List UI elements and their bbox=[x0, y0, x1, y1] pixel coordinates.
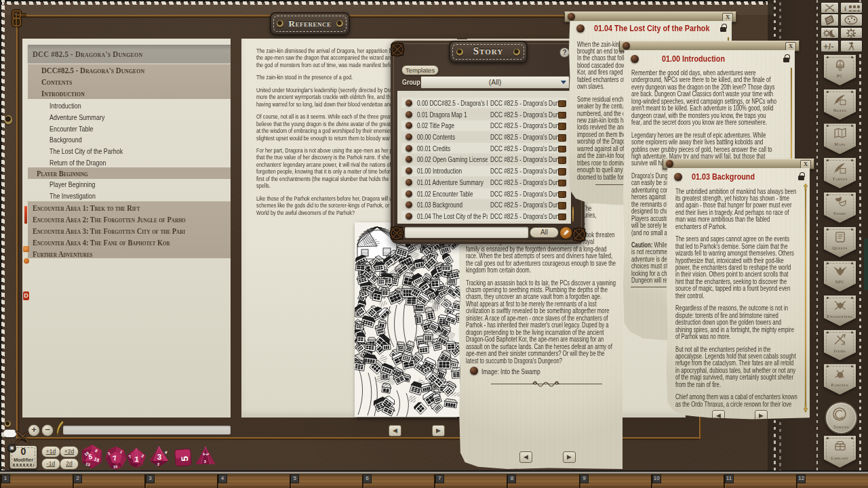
svg-text:2: 2 bbox=[157, 462, 159, 466]
svg-text:5: 5 bbox=[179, 455, 191, 462]
svg-text:i: i bbox=[844, 4, 846, 12]
svg-text:3: 3 bbox=[157, 453, 162, 461]
svg-text:6: 6 bbox=[164, 450, 168, 455]
svg-text:3: 3 bbox=[204, 460, 206, 464]
svg-text:+/-: +/- bbox=[823, 41, 834, 52]
svg-text:1: 1 bbox=[134, 455, 139, 463]
svg-text:10: 10 bbox=[113, 464, 118, 469]
